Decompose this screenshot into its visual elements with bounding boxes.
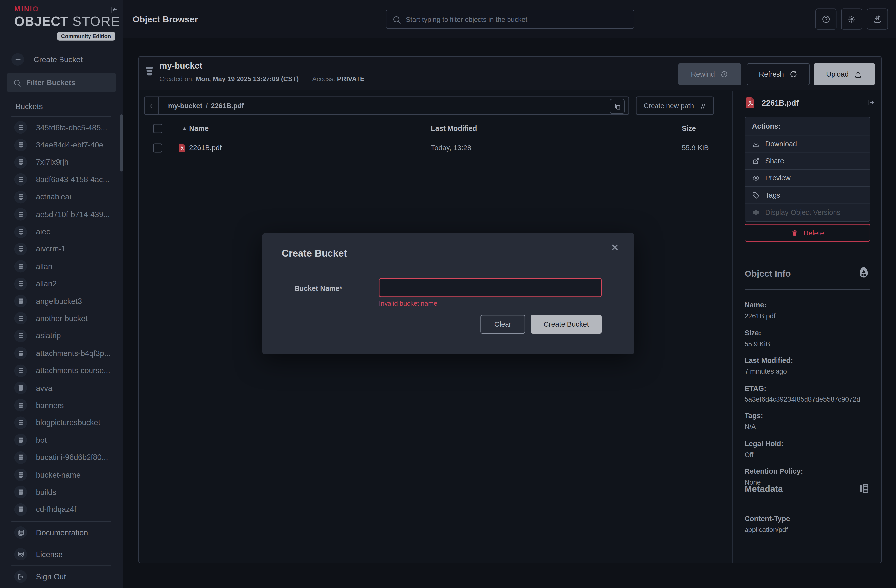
clear-button[interactable]: Clear — [480, 315, 525, 334]
bucket-name-input[interactable] — [379, 278, 602, 297]
close-icon[interactable] — [610, 243, 620, 252]
create-bucket-submit-button[interactable]: Create Bucket — [531, 315, 602, 334]
create-bucket-modal: Create Bucket Bucket Name* Invalid bucke… — [262, 233, 634, 354]
bucket-name-label: Bucket Name* — [294, 285, 342, 292]
modal-title: Create Bucket — [282, 248, 347, 259]
minio-console: MINIO OBJECT STORE Community Edition Cre… — [0, 0, 896, 588]
validation-error: Invalid bucket name — [379, 300, 437, 307]
